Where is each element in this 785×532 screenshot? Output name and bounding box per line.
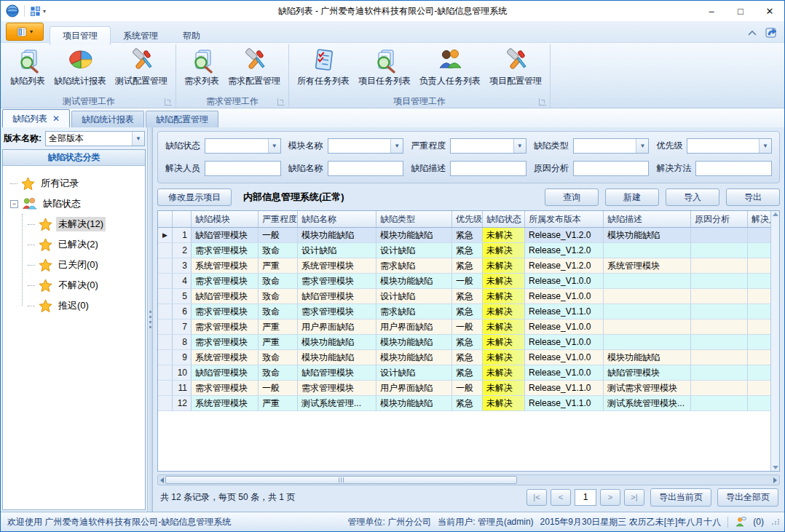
grid-cell[interactable] xyxy=(691,243,748,258)
table-row[interactable]: 4需求管理模块致命需求管理模块模块功能缺陷一般未解决Release_V1.0.0 xyxy=(158,274,770,289)
prev-page-button[interactable]: < xyxy=(551,489,571,506)
grid-cell[interactable]: 缺陷管理模块 xyxy=(298,289,376,303)
ribbon-tab-项目管理[interactable]: 项目管理 xyxy=(50,26,111,45)
grid-cell[interactable]: Release_V1.1.0 xyxy=(525,304,604,319)
version-combobox[interactable]: 全部版本 ▼ xyxy=(45,131,145,146)
grid-cell[interactable]: 未解决 xyxy=(483,319,525,334)
grid-cell[interactable]: 需求管理模块 xyxy=(192,243,259,258)
scrollbar-thumb[interactable] xyxy=(165,476,517,484)
grid-cell[interactable]: 一般 xyxy=(452,381,483,395)
grid-cell[interactable]: 致命 xyxy=(259,274,298,288)
action-button-导入[interactable]: 导入 xyxy=(666,188,719,206)
chevron-down-icon[interactable]: ▼ xyxy=(513,139,526,153)
table-row[interactable]: 7需求管理模块严重用户界面缺陷用户界面缺陷一般未解决Release_V1.0.0 xyxy=(158,319,770,335)
column-header[interactable]: 优先级 xyxy=(452,211,483,227)
grid-cell[interactable]: 一般 xyxy=(259,228,298,242)
application-menu-button[interactable]: ▾ xyxy=(6,23,44,41)
grid-cell[interactable]: 需求管理模块 xyxy=(192,274,259,288)
grid-cell[interactable]: Release_V1.2.0 xyxy=(525,243,604,258)
grid-cell[interactable]: 用户界面缺陷 xyxy=(376,319,452,334)
grid-cell[interactable]: 系统管理模块 xyxy=(192,350,259,365)
ribbon-button[interactable]: 需求配置管理 xyxy=(224,45,284,89)
grid-cell[interactable] xyxy=(691,228,748,242)
grid-cell[interactable]: 用户界面缺陷 xyxy=(376,381,452,395)
grid-cell[interactable]: Release_V1.1.0 xyxy=(525,381,604,395)
column-header[interactable]: 缺陷描述 xyxy=(604,211,691,227)
grid-cell[interactable] xyxy=(748,396,770,410)
filter-select[interactable]: ▼ xyxy=(205,138,281,154)
grid-cell[interactable]: 未解决 xyxy=(483,365,525,380)
resize-grip[interactable] xyxy=(772,519,780,525)
grid-cell[interactable] xyxy=(748,289,770,303)
tree-item[interactable]: 已解决(2) xyxy=(28,234,143,255)
grid-cell[interactable]: 系统管理模块 xyxy=(604,258,691,273)
export-current-page-button[interactable]: 导出当前页 xyxy=(650,488,711,507)
grid-cell[interactable]: 需求缺陷 xyxy=(376,304,452,319)
grid-cell[interactable]: 紧急 xyxy=(452,243,483,258)
ribbon-button[interactable]: 测试配置管理 xyxy=(111,45,171,89)
grid-cell[interactable]: 致命 xyxy=(259,304,298,319)
grid-cell[interactable]: 模块功能缺陷 xyxy=(376,350,452,365)
grid-cell[interactable]: 紧急 xyxy=(452,289,483,303)
column-header[interactable]: 缺陷状态 xyxy=(483,211,525,227)
grid-cell[interactable] xyxy=(691,396,748,410)
grid-cell[interactable]: 一般 xyxy=(259,381,298,395)
tab-close-icon[interactable]: ✕ xyxy=(52,114,60,124)
column-header[interactable]: 严重程度 xyxy=(259,211,298,227)
grid-cell[interactable]: 设计缺陷 xyxy=(376,289,452,303)
grid-cell[interactable]: 设计缺陷 xyxy=(298,243,376,258)
grid-cell[interactable]: Release_V1.0.0 xyxy=(525,365,604,380)
quick-access-toolbar-button[interactable]: ▾ xyxy=(30,6,46,17)
tree-item[interactable]: − 缺陷状态 xyxy=(10,194,143,214)
column-header[interactable]: 解决人员 xyxy=(748,211,770,227)
maximize-button[interactable]: □ xyxy=(726,1,755,21)
grid-cell[interactable] xyxy=(604,319,691,334)
grid-cell[interactable] xyxy=(748,381,770,395)
grid-cell[interactable]: 致命 xyxy=(259,243,298,258)
table-row[interactable]: 6需求管理模块致命需求管理模块需求缺陷紧急未解决Release_V1.1.0 xyxy=(158,304,770,319)
tree-item[interactable]: 未解决(12) xyxy=(28,214,143,234)
grid-cell[interactable] xyxy=(691,350,748,365)
column-header[interactable]: 缺陷名称 xyxy=(298,211,376,227)
grid-cell[interactable]: 需求管理模块 xyxy=(192,335,259,349)
filter-select[interactable]: ▼ xyxy=(328,138,404,154)
filter-input[interactable] xyxy=(328,161,404,176)
grid-cell[interactable]: 测试系统管理模块... xyxy=(604,396,691,410)
grid-cell[interactable] xyxy=(691,319,748,334)
ribbon-button[interactable]: 项目任务列表 xyxy=(355,45,414,89)
grid-cell[interactable]: 需求管理模块 xyxy=(298,304,376,319)
grid-cell[interactable]: 未解决 xyxy=(483,335,525,349)
grid-cell[interactable]: 系统管理模块 xyxy=(192,396,259,410)
table-row[interactable]: ▶ 1缺陷管理模块一般模块功能缺陷模块功能缺陷紧急未解决Release_V1.2… xyxy=(158,228,770,243)
grid-cell[interactable]: 严重 xyxy=(259,396,298,410)
horizontal-scrollbar[interactable] xyxy=(157,475,780,485)
ribbon-button[interactable]: 负责人任务列表 xyxy=(416,45,484,89)
action-button-查询[interactable]: 查询 xyxy=(545,188,599,206)
grid-cell[interactable] xyxy=(748,335,770,349)
grid-cell[interactable]: Release_V1.0.0 xyxy=(525,289,604,303)
table-row[interactable]: 3系统管理模块严重系统管理模块需求缺陷紧急未解决Release_V1.2.0系统… xyxy=(158,258,770,274)
grid-cell[interactable]: 紧急 xyxy=(452,228,483,242)
grid-cell[interactable]: 一般 xyxy=(452,319,483,334)
grid-cell[interactable]: Release_V1.0.0 xyxy=(525,335,604,349)
grid-cell[interactable]: 紧急 xyxy=(452,350,483,365)
grid-cell[interactable]: 未解决 xyxy=(483,258,525,273)
ribbon-button[interactable]: 所有任务列表 xyxy=(293,45,353,89)
grid-cell[interactable] xyxy=(691,258,748,273)
grid-cell[interactable]: 严重 xyxy=(259,258,298,273)
grid-cell[interactable]: 未解决 xyxy=(483,228,525,242)
doc-tab-缺陷列表[interactable]: 缺陷列表✕ xyxy=(2,109,70,127)
tree-item[interactable]: 推迟(0) xyxy=(28,295,143,316)
grid-cell[interactable]: 设计缺陷 xyxy=(376,365,452,380)
grid-cell[interactable]: 模块功能缺陷 xyxy=(298,350,376,365)
column-header[interactable]: 缺陷模块 xyxy=(192,211,259,227)
grid-cell[interactable]: 设计缺陷 xyxy=(376,243,452,258)
grid-cell[interactable]: Release_V1.0.0 xyxy=(525,350,604,365)
tree-item[interactable]: 已关闭(0) xyxy=(28,255,143,275)
filter-select[interactable]: ▼ xyxy=(687,138,772,154)
export-all-pages-button[interactable]: 导出全部页 xyxy=(717,488,778,507)
grid-cell[interactable]: 缺陷管理模块 xyxy=(192,228,259,242)
table-row[interactable]: 9系统管理模块致命模块功能缺陷模块功能缺陷紧急未解决Release_V1.0.0… xyxy=(158,350,770,365)
scroll-left-icon[interactable] xyxy=(160,477,164,483)
grid-cell[interactable] xyxy=(748,228,770,242)
